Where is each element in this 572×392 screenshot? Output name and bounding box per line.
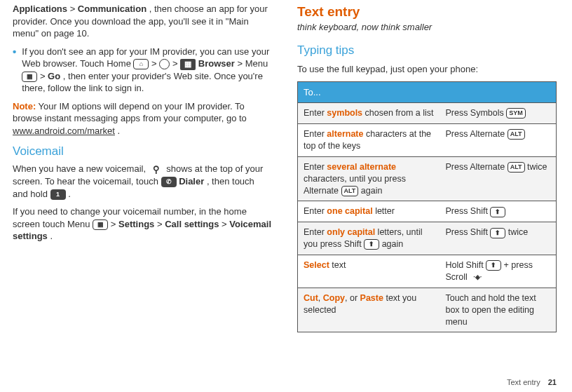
action-cell: Enter alternate characters at the top of… — [298, 124, 440, 157]
label-settings: Settings — [118, 219, 154, 229]
note-label: Note: — [13, 101, 36, 111]
action-cell: Enter one capital letter — [298, 201, 440, 222]
page-footer: Text entry 21 — [507, 377, 557, 388]
action-cell: Enter only capital letters, until you pr… — [298, 222, 440, 255]
voicemail-heading: Voicemail — [13, 144, 272, 160]
dialer-app-icon: ✆ — [161, 177, 177, 187]
result-cell: Press Alternate ALT — [440, 124, 556, 157]
action-cell: Enter symbols chosen from a list — [298, 103, 440, 124]
browser-app-icon: ▦ — [180, 59, 196, 70]
action-cell: Enter several alternate characters, unti… — [298, 156, 440, 201]
fragment-apps-comm: Applications > Communication , then choo… — [13, 3, 272, 40]
voicemail-p2: If you need to change your voicemail num… — [13, 205, 272, 243]
menu-icon: ▦ — [22, 72, 37, 82]
label-browser: Browser — [198, 58, 235, 69]
action-cell: Select text — [298, 255, 440, 288]
result-cell: Press Shift ⬆ twice — [440, 222, 556, 255]
voicemail-icon: ⚲ — [149, 164, 164, 175]
label-go: Go — [48, 71, 60, 81]
result-cell: Press Symbols SYM — [440, 103, 556, 124]
result-cell: Touch and hold the text box to open the … — [440, 288, 556, 332]
footer-section: Text entry — [507, 378, 540, 386]
left-column: Applications > Communication , then choo… — [13, 3, 272, 372]
table-row: Enter only capital letters, until you pr… — [298, 222, 557, 255]
home-icon: ⌂ — [133, 59, 149, 69]
table-row: Enter one capital letterPress Shift ⬆ — [298, 201, 557, 222]
text-entry-heading: Text entry — [297, 3, 557, 21]
label-call-settings: Call settings — [165, 219, 219, 229]
label-applications: Applications — [13, 4, 67, 14]
action-cell: Cut, Copy, or Paste text you selected — [298, 288, 440, 332]
table-row: Enter several alternate characters, unti… — [298, 156, 557, 201]
table-row: Cut, Copy, or Paste text you selectedTou… — [298, 288, 557, 332]
right-column: Text entry think keyboard, now think sma… — [297, 3, 557, 372]
typing-tips-intro: To use the full keypad, just open your p… — [297, 63, 557, 76]
android-market-link[interactable]: www.android.com/market — [13, 126, 115, 136]
typing-tips-table: To... Enter symbols chosen from a listPr… — [297, 81, 557, 333]
typing-tips-heading: Typing tips — [297, 43, 557, 59]
label-communication: Communication — [78, 4, 147, 14]
voicemail-p1: When you have a new voicemail, ⚲ shows a… — [13, 163, 272, 200]
tagline: think keyboard, now think smaller — [297, 21, 557, 34]
note-paragraph: Note: Your IM options will depend on you… — [13, 100, 272, 137]
result-cell: Press Alternate ALT twice — [440, 156, 556, 201]
result-cell: Press Shift ⬆ — [440, 201, 556, 222]
table-row: Enter alternate characters at the top of… — [298, 124, 557, 157]
table-header-to: To... — [298, 81, 557, 103]
menu-icon: ▦ — [93, 219, 108, 230]
label-dialer: Dialer — [179, 176, 204, 187]
table-row: Select textHold Shift ⬆ + press Scroll ·… — [298, 255, 557, 288]
footer-page-number: 21 — [548, 378, 557, 386]
table-row: Enter symbols chosen from a listPress Sy… — [298, 103, 557, 124]
result-cell: Hold Shift ⬆ + press Scroll ·◈· — [440, 255, 556, 288]
key-1-icon: 1 — [50, 189, 66, 200]
bullet-browser: • If you don't see an app for your IM pr… — [13, 46, 272, 95]
circle-icon — [159, 59, 170, 69]
bullet-dot-icon: • — [13, 46, 16, 95]
